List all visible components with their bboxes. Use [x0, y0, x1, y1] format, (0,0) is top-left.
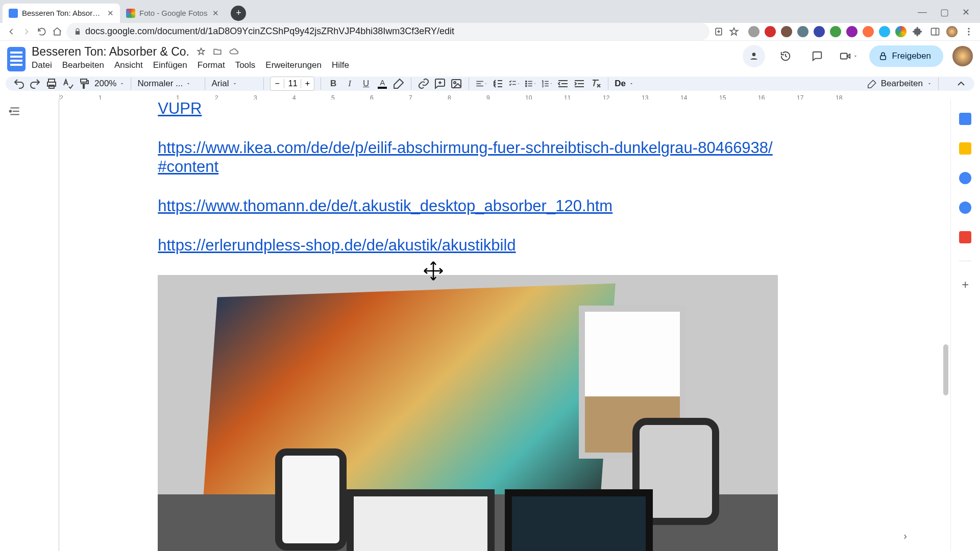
bulleted-list-icon[interactable] — [524, 78, 536, 90]
font-size-value[interactable]: 11 — [284, 79, 301, 88]
close-window-icon[interactable]: ✕ — [962, 7, 970, 18]
tasks-icon[interactable] — [959, 172, 971, 184]
insert-image-icon[interactable] — [450, 78, 462, 90]
contacts-icon[interactable] — [959, 202, 971, 214]
keep-icon[interactable] — [959, 142, 971, 155]
comments-icon[interactable] — [806, 45, 828, 67]
docs-logo-icon[interactable] — [7, 47, 26, 71]
close-tab-icon[interactable]: ✕ — [107, 9, 114, 17]
ext-icon[interactable] — [814, 26, 825, 37]
history-icon[interactable] — [774, 45, 797, 67]
meet-icon[interactable] — [838, 45, 860, 67]
ext-icon[interactable] — [895, 26, 906, 37]
bookmark-icon[interactable] — [728, 26, 740, 38]
paragraph-style-dropdown[interactable]: Normaler ... — [137, 79, 199, 89]
document-link-1[interactable]: https://www.ikea.com/de/de/p/eilif-absch… — [158, 139, 772, 176]
dictate-button[interactable]: De — [615, 79, 634, 89]
omnibox[interactable]: docs.google.com/document/d/1aD8O9YcinZCS… — [66, 23, 709, 40]
account-avatar[interactable] — [952, 46, 973, 66]
kebab-menu-icon[interactable] — [963, 26, 975, 38]
photos-favicon — [126, 9, 135, 18]
cloud-status-icon[interactable] — [229, 47, 238, 56]
ext-icon[interactable] — [830, 26, 841, 37]
home-icon[interactable] — [51, 26, 63, 38]
reload-icon[interactable] — [36, 26, 48, 38]
new-tab-button[interactable]: + — [231, 6, 246, 21]
collapse-toolbar-icon[interactable] — [955, 78, 967, 90]
ext-icon[interactable] — [797, 26, 808, 37]
move-icon[interactable] — [213, 47, 222, 56]
profile-avatar[interactable] — [946, 26, 958, 37]
text-color-icon[interactable]: A — [376, 78, 388, 90]
calendar-icon[interactable] — [959, 113, 971, 125]
sidepanel-icon[interactable] — [929, 26, 941, 38]
menu-datei[interactable]: Datei — [32, 60, 52, 70]
font-size-stepper[interactable]: − 11 + — [270, 77, 314, 91]
highlight-icon[interactable] — [393, 78, 405, 90]
increase-font-icon[interactable]: + — [301, 79, 314, 88]
redo-icon[interactable] — [29, 78, 41, 90]
vertical-scrollbar[interactable] — [943, 344, 948, 395]
document-link-3[interactable]: https://erlerundpless-shop.de/de/akustik… — [158, 236, 516, 254]
close-tab-icon[interactable]: ✕ — [211, 9, 219, 17]
undo-icon[interactable] — [13, 78, 25, 90]
maps-icon[interactable] — [959, 231, 971, 243]
inserted-image[interactable] — [158, 275, 778, 551]
menu-tools[interactable]: Tools — [235, 60, 256, 70]
ext-icon[interactable] — [846, 26, 857, 37]
font-dropdown[interactable]: Arial — [211, 79, 257, 89]
clear-formatting-icon[interactable] — [590, 78, 602, 90]
meet-indicator-icon[interactable] — [743, 45, 765, 67]
document-page[interactable]: VUPR https://www.ikea.com/de/de/p/eilif-… — [59, 99, 950, 551]
add-addon-icon[interactable]: + — [959, 279, 971, 291]
underline-icon[interactable]: U — [360, 78, 372, 90]
ruler[interactable]: 21123456789101112131415161718 — [0, 94, 980, 99]
forward-icon[interactable] — [20, 26, 33, 38]
numbered-list-icon[interactable] — [541, 78, 553, 90]
share-button[interactable]: Freigeben — [869, 45, 943, 67]
checklist-icon[interactable] — [508, 78, 520, 90]
ext-icon[interactable] — [765, 26, 776, 37]
back-icon[interactable] — [5, 26, 17, 38]
minimize-icon[interactable]: — — [918, 7, 927, 18]
paint-format-icon[interactable] — [78, 78, 90, 90]
decrease-font-icon[interactable]: − — [271, 79, 283, 88]
ext-icon[interactable] — [879, 26, 890, 37]
document-title[interactable]: Besseren Ton: Absorber & Co. — [32, 45, 189, 59]
outline-toggle-icon[interactable] — [8, 105, 21, 116]
star-icon[interactable] — [197, 47, 206, 56]
ext-icon[interactable] — [781, 26, 792, 37]
align-icon[interactable] — [475, 78, 487, 90]
zoom-dropdown[interactable]: 200% — [94, 79, 125, 89]
menu-hilfe[interactable]: Hilfe — [332, 60, 349, 70]
tab-docs[interactable]: Besseren Ton: Absorber & Co. - G ✕ — [3, 4, 120, 23]
line-spacing-icon[interactable] — [492, 78, 504, 90]
explore-fab-icon[interactable]: › — [897, 528, 914, 544]
menu-einfuegen[interactable]: Einfügen — [153, 60, 187, 70]
menu-bearbeiten[interactable]: Bearbeiten — [62, 60, 104, 70]
insert-comment-icon[interactable] — [434, 78, 446, 90]
ext-icon[interactable] — [863, 26, 874, 37]
decrease-indent-icon[interactable] — [557, 78, 569, 90]
maximize-icon[interactable]: ▢ — [940, 7, 949, 18]
menu-erweiterungen[interactable]: Erweiterungen — [265, 60, 322, 70]
extensions-icon[interactable] — [912, 26, 924, 38]
extensions-row — [743, 26, 975, 38]
editing-mode-dropdown[interactable]: Bearbeiten — [868, 79, 932, 89]
edit-mode-label: Bearbeiten — [881, 79, 923, 89]
spellcheck-icon[interactable] — [62, 78, 74, 90]
svg-rect-6 — [841, 53, 847, 59]
increase-indent-icon[interactable] — [573, 78, 585, 90]
menu-format[interactable]: Format — [198, 60, 225, 70]
italic-icon[interactable]: I — [344, 78, 356, 90]
document-link-2[interactable]: https://www.thomann.de/de/t.akustik_desk… — [158, 197, 612, 215]
print-icon[interactable] — [45, 78, 58, 90]
insert-link-icon[interactable] — [418, 78, 430, 90]
bold-icon[interactable]: B — [327, 78, 339, 90]
ext-icon[interactable] — [748, 26, 760, 37]
tab-photos[interactable]: Foto - Google Fotos ✕ — [120, 4, 226, 23]
install-icon[interactable] — [713, 26, 725, 38]
link-fragment[interactable]: VUPR — [158, 99, 950, 118]
dictate-label: De — [615, 79, 626, 89]
menu-ansicht[interactable]: Ansicht — [114, 60, 143, 70]
